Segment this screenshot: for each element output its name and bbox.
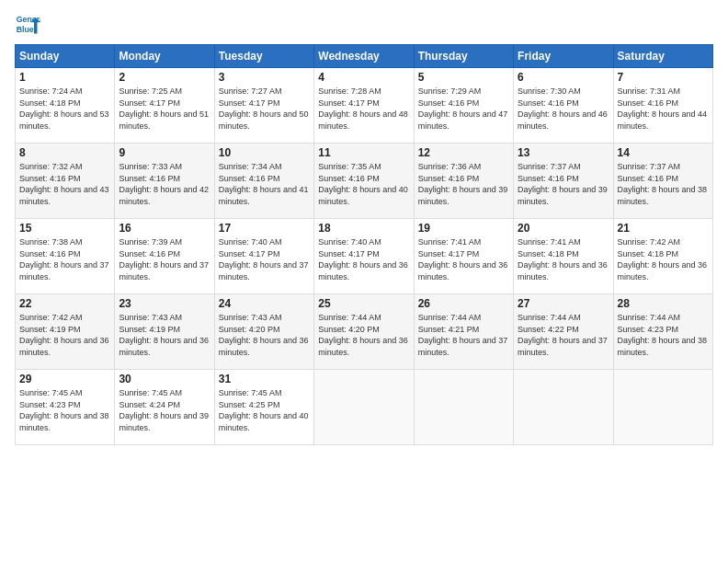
- calendar-cell: 30Sunrise: 7:45 AMSunset: 4:24 PMDayligh…: [115, 370, 214, 445]
- svg-text:Blue: Blue: [17, 25, 34, 34]
- day-number: 7: [618, 71, 709, 84]
- day-info: Sunrise: 7:29 AMSunset: 4:16 PMDaylight:…: [418, 86, 509, 132]
- day-info: Sunrise: 7:45 AMSunset: 4:25 PMDaylight:…: [219, 387, 310, 433]
- calendar-cell: 29Sunrise: 7:45 AMSunset: 4:23 PMDayligh…: [16, 370, 115, 445]
- calendar-cell: 17Sunrise: 7:40 AMSunset: 4:17 PMDayligh…: [214, 219, 313, 294]
- day-number: 17: [219, 222, 310, 235]
- week-row-1: 1Sunrise: 7:24 AMSunset: 4:18 PMDaylight…: [16, 68, 713, 144]
- day-info: Sunrise: 7:40 AMSunset: 4:17 PMDaylight:…: [219, 236, 310, 282]
- day-info: Sunrise: 7:28 AMSunset: 4:17 PMDaylight:…: [318, 86, 409, 132]
- day-info: Sunrise: 7:44 AMSunset: 4:21 PMDaylight:…: [418, 312, 509, 358]
- calendar-cell: 23Sunrise: 7:43 AMSunset: 4:19 PMDayligh…: [115, 294, 214, 370]
- day-number: 30: [119, 373, 210, 385]
- week-row-3: 15Sunrise: 7:38 AMSunset: 4:16 PMDayligh…: [16, 219, 713, 294]
- weekday-header-sunday: Sunday: [16, 45, 115, 68]
- day-number: 23: [119, 297, 210, 310]
- day-info: Sunrise: 7:30 AMSunset: 4:16 PMDaylight:…: [518, 86, 609, 132]
- calendar-cell: [613, 370, 712, 445]
- day-info: Sunrise: 7:24 AMSunset: 4:18 PMDaylight:…: [19, 86, 110, 132]
- weekday-header-friday: Friday: [514, 45, 613, 68]
- logo: General Blue: [15, 11, 40, 37]
- calendar-cell: [514, 370, 613, 445]
- day-info: Sunrise: 7:25 AMSunset: 4:17 PMDaylight:…: [119, 86, 210, 132]
- weekday-header-monday: Monday: [115, 45, 214, 68]
- day-number: 16: [119, 222, 210, 235]
- calendar-body: 1Sunrise: 7:24 AMSunset: 4:18 PMDaylight…: [16, 68, 713, 445]
- day-info: Sunrise: 7:36 AMSunset: 4:16 PMDaylight:…: [418, 161, 509, 207]
- calendar-cell: 27Sunrise: 7:44 AMSunset: 4:22 PMDayligh…: [514, 294, 613, 370]
- header: General Blue: [15, 11, 713, 37]
- day-number: 1: [19, 71, 110, 84]
- calendar-cell: 13Sunrise: 7:37 AMSunset: 4:16 PMDayligh…: [514, 144, 613, 219]
- day-number: 10: [219, 146, 310, 159]
- calendar-cell: 31Sunrise: 7:45 AMSunset: 4:25 PMDayligh…: [214, 370, 313, 445]
- calendar-cell: 14Sunrise: 7:37 AMSunset: 4:16 PMDayligh…: [613, 144, 712, 219]
- day-info: Sunrise: 7:44 AMSunset: 4:23 PMDaylight:…: [618, 312, 709, 358]
- day-info: Sunrise: 7:45 AMSunset: 4:24 PMDaylight:…: [119, 387, 210, 433]
- calendar-cell: 2Sunrise: 7:25 AMSunset: 4:17 PMDaylight…: [115, 68, 214, 144]
- day-info: Sunrise: 7:34 AMSunset: 4:16 PMDaylight:…: [219, 161, 310, 207]
- day-info: Sunrise: 7:44 AMSunset: 4:20 PMDaylight:…: [318, 312, 409, 358]
- weekday-header-tuesday: Tuesday: [214, 45, 313, 68]
- day-info: Sunrise: 7:43 AMSunset: 4:19 PMDaylight:…: [119, 312, 210, 358]
- calendar-cell: 11Sunrise: 7:35 AMSunset: 4:16 PMDayligh…: [314, 144, 414, 219]
- day-number: 12: [418, 146, 509, 159]
- day-info: Sunrise: 7:43 AMSunset: 4:20 PMDaylight:…: [219, 312, 310, 358]
- day-info: Sunrise: 7:42 AMSunset: 4:18 PMDaylight:…: [618, 236, 709, 282]
- calendar-cell: 19Sunrise: 7:41 AMSunset: 4:17 PMDayligh…: [414, 219, 513, 294]
- day-number: 14: [618, 146, 709, 159]
- day-info: Sunrise: 7:38 AMSunset: 4:16 PMDaylight:…: [19, 236, 110, 282]
- day-info: Sunrise: 7:41 AMSunset: 4:18 PMDaylight:…: [518, 236, 609, 282]
- day-info: Sunrise: 7:35 AMSunset: 4:16 PMDaylight:…: [318, 161, 409, 207]
- calendar-cell: 16Sunrise: 7:39 AMSunset: 4:16 PMDayligh…: [115, 219, 214, 294]
- calendar-cell: 28Sunrise: 7:44 AMSunset: 4:23 PMDayligh…: [613, 294, 712, 370]
- calendar-cell: [314, 370, 414, 445]
- week-row-4: 22Sunrise: 7:42 AMSunset: 4:19 PMDayligh…: [16, 294, 713, 370]
- week-row-2: 8Sunrise: 7:32 AMSunset: 4:16 PMDaylight…: [16, 144, 713, 219]
- day-number: 3: [219, 71, 310, 84]
- day-number: 18: [318, 222, 409, 235]
- day-number: 9: [119, 146, 210, 159]
- calendar-cell: 20Sunrise: 7:41 AMSunset: 4:18 PMDayligh…: [514, 219, 613, 294]
- day-number: 6: [518, 71, 609, 84]
- page: General Blue SundayMondayTuesdayWednesda…: [0, 0, 728, 563]
- day-info: Sunrise: 7:27 AMSunset: 4:17 PMDaylight:…: [219, 86, 310, 132]
- day-info: Sunrise: 7:31 AMSunset: 4:16 PMDaylight:…: [618, 86, 709, 132]
- calendar-cell: [414, 370, 513, 445]
- day-number: 13: [518, 146, 609, 159]
- day-number: 25: [318, 297, 409, 310]
- day-info: Sunrise: 7:37 AMSunset: 4:16 PMDaylight:…: [618, 161, 709, 207]
- logo-icon: General Blue: [15, 11, 40, 37]
- calendar-cell: 5Sunrise: 7:29 AMSunset: 4:16 PMDaylight…: [414, 68, 513, 144]
- day-number: 4: [318, 71, 409, 84]
- day-number: 24: [219, 297, 310, 310]
- day-number: 21: [618, 222, 709, 235]
- calendar-cell: 3Sunrise: 7:27 AMSunset: 4:17 PMDaylight…: [214, 68, 313, 144]
- day-info: Sunrise: 7:37 AMSunset: 4:16 PMDaylight:…: [518, 161, 609, 207]
- calendar-cell: 8Sunrise: 7:32 AMSunset: 4:16 PMDaylight…: [16, 144, 115, 219]
- day-number: 28: [618, 297, 709, 310]
- day-number: 15: [19, 222, 110, 235]
- calendar-cell: 22Sunrise: 7:42 AMSunset: 4:19 PMDayligh…: [16, 294, 115, 370]
- calendar-cell: 7Sunrise: 7:31 AMSunset: 4:16 PMDaylight…: [613, 68, 712, 144]
- calendar-cell: 18Sunrise: 7:40 AMSunset: 4:17 PMDayligh…: [314, 219, 414, 294]
- day-number: 20: [518, 222, 609, 235]
- day-number: 5: [418, 71, 509, 84]
- day-info: Sunrise: 7:42 AMSunset: 4:19 PMDaylight:…: [19, 312, 110, 358]
- weekday-header-row: SundayMondayTuesdayWednesdayThursdayFrid…: [16, 45, 713, 68]
- calendar-cell: 1Sunrise: 7:24 AMSunset: 4:18 PMDaylight…: [16, 68, 115, 144]
- week-row-5: 29Sunrise: 7:45 AMSunset: 4:23 PMDayligh…: [16, 370, 713, 445]
- day-info: Sunrise: 7:45 AMSunset: 4:23 PMDaylight:…: [19, 387, 110, 433]
- day-number: 22: [19, 297, 110, 310]
- calendar-cell: 12Sunrise: 7:36 AMSunset: 4:16 PMDayligh…: [414, 144, 513, 219]
- calendar-cell: 4Sunrise: 7:28 AMSunset: 4:17 PMDaylight…: [314, 68, 414, 144]
- day-number: 2: [119, 71, 210, 84]
- day-info: Sunrise: 7:32 AMSunset: 4:16 PMDaylight:…: [19, 161, 110, 207]
- calendar-cell: 26Sunrise: 7:44 AMSunset: 4:21 PMDayligh…: [414, 294, 513, 370]
- day-number: 27: [518, 297, 609, 310]
- day-number: 19: [418, 222, 509, 235]
- day-number: 11: [318, 146, 409, 159]
- day-info: Sunrise: 7:44 AMSunset: 4:22 PMDaylight:…: [518, 312, 609, 358]
- calendar-cell: 10Sunrise: 7:34 AMSunset: 4:16 PMDayligh…: [214, 144, 313, 219]
- calendar-cell: 25Sunrise: 7:44 AMSunset: 4:20 PMDayligh…: [314, 294, 414, 370]
